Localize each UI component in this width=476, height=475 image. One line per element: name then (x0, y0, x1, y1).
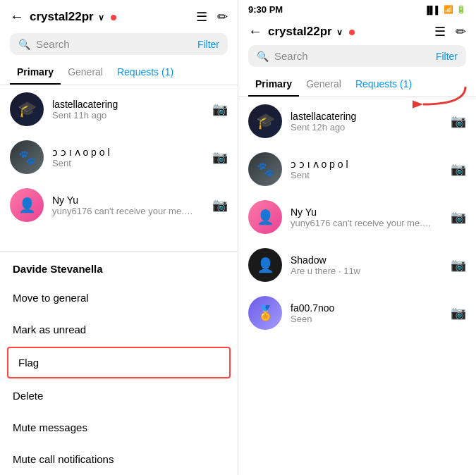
right-header-icons: ☰ ✏ (434, 24, 466, 39)
left-search-input[interactable]: Search (36, 38, 192, 50)
tab-general[interactable]: General (61, 61, 110, 85)
menu-item-mute-call[interactable]: Mute call notifications (0, 443, 238, 475)
profile-title: crystal22pr ∨ (30, 10, 190, 24)
left-header: ← crystal22pr ∨ ☰ ✏ (0, 0, 238, 33)
context-menu: Davide Stevanella Move to general Mark a… (0, 251, 238, 475)
context-menu-header: Davide Stevanella (0, 252, 238, 282)
right-conv-info-fa007noo: fa00.7noo Seen (291, 302, 442, 324)
search-icon: 🔍 (18, 39, 30, 50)
right-online-dot (349, 30, 355, 35)
right-edit-icon[interactable]: ✏ (456, 24, 466, 39)
back-button[interactable]: ← (10, 8, 24, 25)
right-conv-info-shadow: Shadow Are u there · 11w (291, 254, 442, 276)
right-camera-icon[interactable]: 📷 (451, 305, 466, 321)
online-dot (111, 15, 116, 20)
conv-preview: Sent 11h ago (52, 110, 193, 121)
right-conv-item-shadow[interactable]: Shadow Are u there · 11w 📷 (238, 241, 476, 289)
edit-icon[interactable]: ✏ (217, 9, 228, 25)
right-avatar-nyyu (248, 200, 282, 234)
left-search-bar[interactable]: 🔍 Search Filter (10, 33, 228, 55)
header-icons: ☰ ✏ (196, 9, 228, 25)
right-camera-icon[interactable]: 📷 (451, 257, 466, 273)
battery-icon: 🔋 (456, 5, 466, 14)
menu-item-mute-messages[interactable]: Mute messages (0, 412, 238, 443)
menu-item-mark-as-unread[interactable]: Mark as unread (0, 314, 238, 345)
conv-name: lastellacatering (52, 99, 204, 110)
camera-icon[interactable]: 📷 (212, 101, 228, 117)
avatar-nyyu (10, 188, 44, 222)
right-conv-name: Ny Yu (291, 206, 442, 218)
right-avatar-fa007noo (248, 296, 282, 330)
right-conv-preview: Are u there · 11w (291, 266, 432, 276)
right-search-input[interactable]: Search (274, 50, 430, 62)
conv-preview: yuny6176 can't receive your me... 6w (52, 206, 193, 216)
right-conv-name: ɔ ɔ ı ʌ o p o l (291, 159, 442, 170)
menu-item-delete[interactable]: Delete (0, 380, 238, 412)
filter-button[interactable]: Filter (197, 39, 219, 50)
left-panel: ← crystal22pr ∨ ☰ ✏ 🔍 Search Filter Prim… (0, 0, 238, 475)
wifi-icon: 📶 (444, 5, 453, 14)
conv-info-nyyu: Ny Yu yuny6176 can't receive your me... … (52, 195, 204, 216)
camera-icon[interactable]: 📷 (212, 149, 228, 165)
left-tabs-row: Primary General Requests (1) (0, 61, 238, 85)
right-search-icon: 🔍 (257, 51, 269, 62)
conv-item-nyyu[interactable]: Ny Yu yuny6176 can't receive your me... … (0, 181, 238, 229)
conv-preview: Sent (52, 158, 193, 168)
right-back-button[interactable]: ← (248, 23, 262, 39)
avatar-lastellacatering (10, 92, 44, 126)
right-tab-general[interactable]: General (299, 73, 348, 97)
right-conv-preview: yuny6176 can't receive your me... 6w (291, 218, 432, 228)
right-conv-item-symbols[interactable]: ɔ ɔ ı ʌ o p o l Sent 📷 (238, 145, 476, 193)
right-header: ← crystal22pr ∨ ☰ ✏ (238, 18, 476, 45)
right-avatar-lastellacatering (248, 104, 282, 138)
conv-name: Ny Yu (52, 195, 204, 206)
conv-item-lastellacatering[interactable]: lastellacatering Sent 11h ago 📷 (0, 85, 238, 133)
right-panel: 9:30 PM ▐▌▌ 📶 🔋 ← crystal22pr ∨ ☰ ✏ 🔍 Se… (238, 0, 476, 475)
conv-item-symbols[interactable]: ɔ ɔ ı ʌ o p o l Sent 📷 (0, 133, 238, 181)
right-conv-item-fa007noo[interactable]: fa00.7noo Seen 📷 (238, 289, 476, 337)
right-avatar-shadow (248, 248, 282, 282)
right-conv-info-nyyu: Ny Yu yuny6176 can't receive your me... … (291, 206, 442, 228)
status-time: 9:30 PM (248, 4, 283, 15)
menu-item-flag[interactable]: Flag (7, 347, 231, 378)
conv-info-lastellacatering: lastellacatering Sent 11h ago (52, 99, 204, 121)
right-conv-info-symbols: ɔ ɔ ı ʌ o p o l Sent (291, 159, 442, 180)
right-conv-item-nyyu[interactable]: Ny Yu yuny6176 can't receive your me... … (238, 193, 476, 241)
right-camera-icon[interactable]: 📷 (451, 161, 466, 177)
right-conv-name: Shadow (291, 254, 442, 266)
avatar-symbols (10, 140, 44, 174)
right-tab-primary[interactable]: Primary (248, 73, 299, 97)
right-profile-title: crystal22pr ∨ (268, 25, 429, 39)
signal-icon: ▐▌▌ (425, 6, 441, 14)
right-search-bar[interactable]: 🔍 Search Filter (248, 45, 466, 67)
list-icon[interactable]: ☰ (196, 9, 207, 25)
status-icons: ▐▌▌ 📶 🔋 (425, 5, 466, 14)
right-conversation-list: lastellacatering Sent 12h ago 📷 ɔ ɔ ı ʌ … (238, 97, 476, 475)
conv-name: ɔ ɔ ı ʌ o p o l (52, 147, 204, 158)
right-filter-button[interactable]: Filter (436, 51, 458, 62)
right-tab-requests[interactable]: Requests (1) (348, 73, 419, 97)
tab-primary[interactable]: Primary (10, 61, 61, 85)
right-conv-preview: Sent (291, 170, 432, 180)
right-list-icon[interactable]: ☰ (434, 24, 446, 39)
tab-requests[interactable]: Requests (1) (110, 61, 181, 85)
right-conv-preview: Seen (291, 314, 432, 324)
right-conv-preview: Sent 12h ago (291, 122, 432, 132)
menu-item-move-to-general[interactable]: Move to general (0, 282, 238, 314)
right-avatar-symbols (248, 152, 282, 186)
right-conv-name: fa00.7noo (291, 302, 442, 314)
right-camera-icon[interactable]: 📷 (451, 209, 466, 225)
conv-info-symbols: ɔ ɔ ı ʌ o p o l Sent (52, 147, 204, 168)
camera-icon[interactable]: 📷 (212, 197, 228, 213)
requests-arrow (413, 83, 469, 118)
status-bar: 9:30 PM ▐▌▌ 📶 🔋 (238, 0, 476, 18)
